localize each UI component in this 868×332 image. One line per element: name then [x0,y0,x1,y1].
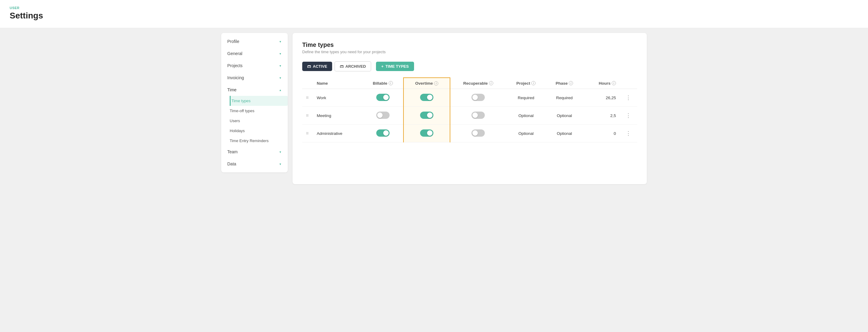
sidebar: Profile General Projects Invoicing Time … [221,33,288,172]
sidebar-item-projects[interactable]: Projects [221,60,288,72]
archive-icon-2: 🗃 [340,64,344,69]
sidebar-subitem-time-off-types[interactable]: Time-off types [230,106,288,116]
recuperable-work[interactable] [450,89,506,107]
sidebar-subitem-time-types[interactable]: Time types [230,96,288,106]
overtime-admin[interactable] [403,125,450,143]
chevron-down-icon [279,76,282,80]
name-meeting: Meeting [313,107,362,125]
col-billable: Billable i [362,78,403,89]
recuperable-admin[interactable] [450,125,506,143]
active-button[interactable]: 🗃 ACTIVE [302,62,332,71]
sidebar-item-general[interactable]: General [221,48,288,60]
toolbar: 🗃 ACTIVE 🗃 ARCHIVED + TIME TYPES [302,61,637,71]
more-button-meeting[interactable]: ⋮ [623,111,633,120]
billable-toggle-meeting[interactable] [376,112,390,119]
sidebar-item-invoicing[interactable]: Invoicing [221,72,288,84]
col-name: Name [313,78,362,89]
content-subtitle: Define the time types you need for your … [302,50,637,54]
table-row: ≡ Work [302,89,637,107]
table-row: ≡ Meeting [302,107,637,125]
sidebar-item-projects-label: Projects [227,63,243,68]
recuperable-meeting[interactable] [450,107,506,125]
chevron-down-icon [279,52,282,55]
actions-meeting[interactable]: ⋮ [620,107,637,125]
sidebar-item-profile[interactable]: Profile [221,35,288,48]
col-actions [620,78,637,89]
project-info-icon[interactable]: i [531,81,535,85]
overtime-toggle-admin[interactable] [420,129,433,137]
overtime-toggle-meeting[interactable] [420,112,433,119]
sidebar-item-profile-label: Profile [227,39,239,44]
billable-info-icon[interactable]: i [389,81,393,85]
page-title: Settings [10,11,858,21]
overtime-meeting[interactable] [403,107,450,125]
col-billable-label: Billable [373,81,388,86]
time-types-table: Name Billable i Overtime i [302,78,637,143]
phase-admin: Optional [546,125,583,143]
active-button-label: ACTIVE [313,64,327,69]
archived-button[interactable]: 🗃 ARCHIVED [335,61,371,71]
archive-icon: 🗃 [307,64,311,69]
col-phase: Phase i [546,78,583,89]
billable-meeting[interactable] [362,107,403,125]
recuperable-toggle-meeting[interactable] [471,112,485,119]
drag-handle-work[interactable]: ≡ [302,89,313,107]
recuperable-toggle-work[interactable] [471,94,485,101]
col-hours-label: Hours [599,81,611,86]
sidebar-item-general-label: General [227,51,242,56]
content-title: Time types [302,41,637,49]
content-area: Time types Define the time types you nee… [292,33,647,184]
col-overtime: Overtime i [403,78,450,89]
billable-admin[interactable] [362,125,403,143]
recuperable-info-icon[interactable]: i [489,81,493,85]
sidebar-item-invoicing-label: Invoicing [227,75,244,80]
phase-info-icon[interactable]: i [569,81,573,85]
billable-toggle-admin[interactable] [376,129,390,137]
archived-button-label: ARCHIVED [345,64,366,69]
chevron-up-icon [279,88,282,92]
sidebar-subitem-users[interactable]: Users [230,116,288,126]
col-project-label: Project [516,81,530,86]
sidebar-time-subitems: Time types Time-off types Users Holidays… [221,96,288,146]
plus-icon: + [381,64,384,69]
sidebar-item-team[interactable]: Team [221,146,288,158]
actions-admin[interactable]: ⋮ [620,125,637,143]
more-button-admin[interactable]: ⋮ [623,129,633,138]
actions-work[interactable]: ⋮ [620,89,637,107]
hours-info-icon[interactable]: i [612,81,616,85]
overtime-work[interactable] [403,89,450,107]
overtime-info-icon[interactable]: i [434,81,438,86]
more-button-work[interactable]: ⋮ [623,93,633,102]
drag-handle-admin[interactable]: ≡ [302,125,313,143]
add-button-label: TIME TYPES [385,64,409,69]
overtime-toggle-work[interactable] [420,94,433,101]
sidebar-item-data[interactable]: Data [221,158,288,170]
drag-icon: ≡ [306,95,308,100]
hours-work: 26,25 [583,89,620,107]
top-header: USER Settings [0,0,868,28]
phase-meeting: Optional [546,107,583,125]
col-phase-label: Phase [556,81,567,86]
add-time-type-button[interactable]: + TIME TYPES [376,62,414,71]
sidebar-item-data-label: Data [227,161,236,166]
name-admin: Administrative [313,125,362,143]
main-layout: Profile General Projects Invoicing Time … [216,33,652,189]
project-admin: Optional [506,125,546,143]
sidebar-item-time-label: Time [227,87,237,92]
billable-toggle-work[interactable] [376,94,390,101]
chevron-down-icon [279,64,282,67]
sidebar-subitem-time-entry-reminders[interactable]: Time Entry Reminders [230,136,288,146]
phase-work: Required [546,89,583,107]
sidebar-item-team-label: Team [227,149,238,154]
col-recuperable: Recuperable i [450,78,506,89]
chevron-down-icon [279,162,282,166]
chevron-down-icon [279,150,282,154]
project-meeting: Optional [506,107,546,125]
table-row: ≡ Administrative [302,125,637,143]
drag-handle-meeting[interactable]: ≡ [302,107,313,125]
billable-work[interactable] [362,89,403,107]
sidebar-item-time[interactable]: Time [221,84,288,96]
sidebar-subitem-holidays[interactable]: Holidays [230,126,288,136]
drag-icon: ≡ [306,131,308,136]
recuperable-toggle-admin[interactable] [471,129,485,137]
